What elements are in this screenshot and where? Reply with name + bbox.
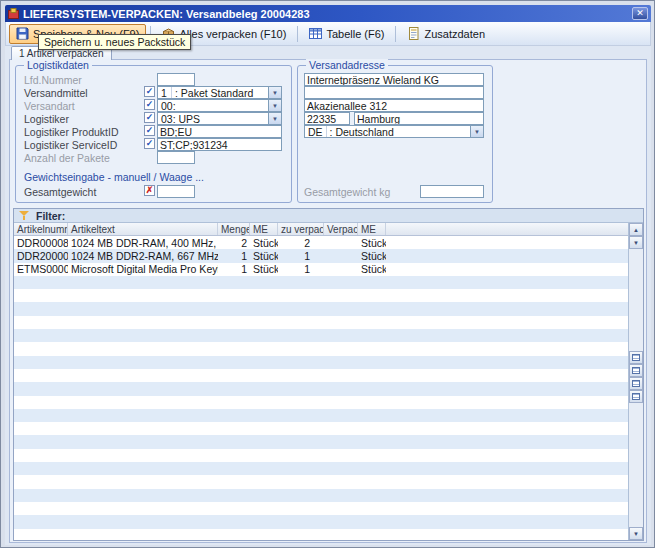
header-me2[interactable]: ME [358,223,386,235]
produktid-value: BD;EU [160,126,192,138]
cell-artikelnummer: DDR00008 [14,236,68,249]
cell-me: Stück [250,263,278,276]
lfd-nummer-input[interactable] [157,73,195,86]
gesamtgewicht-checkbox[interactable]: ✗ [144,185,155,196]
scroll-down-button[interactable]: ▼ [629,236,643,249]
serviceid-label: Logistiker ServiceID [24,139,117,151]
produktid-checkbox[interactable]: ✓ [144,125,155,136]
cell-me2: Stück [358,263,386,276]
grid-header-row: Artikelnummer Artikeltext Menge ME zu ve… [14,223,628,236]
scroll-up-button[interactable]: ▲ [629,223,643,236]
header-verpackt[interactable]: Verpackt [324,223,358,235]
table-row-empty [14,329,628,342]
field-row-logistiker: Logistiker ✓ 03: UPS ▼ [16,112,291,125]
adresse-land-combo[interactable]: DE : Deutschland ▼ [304,125,484,138]
versandmittel-checkbox[interactable]: ✓ [144,86,155,97]
check-icon: ✓ [146,126,154,135]
table-label: Tabelle (F6) [326,28,384,40]
header-artikeltext[interactable]: Artikeltext [68,223,218,235]
form-icon [407,27,420,40]
scrollbar-extra-button[interactable] [629,390,643,403]
scrollbar-extra-button[interactable] [629,377,643,390]
table-row[interactable]: ETMS00003 Microsoft Digital Media Pro Ke… [14,263,628,276]
versandart-combo[interactable]: 00: ▼ [157,99,282,112]
table-row-empty [14,289,628,302]
versandmittel-combo[interactable]: 1 : Paket Standard ▼ [157,86,282,99]
grid-icon [632,393,640,400]
versandart-checkbox[interactable]: ✓ [144,99,155,110]
adresse-plz-input[interactable]: 22335 [304,112,350,125]
filter-row[interactable]: Filter: [14,209,643,223]
cell-filler [386,236,628,249]
gesamtgewicht-kg-input[interactable] [420,185,484,198]
dropdown-glyph: ▼ [272,116,278,122]
logistiker-combo[interactable]: 03: UPS ▼ [157,112,282,125]
zusatzdaten-button[interactable]: Zusatzdaten [400,24,492,44]
versandmittel-label: Versandmittel [24,87,88,99]
dropdown-icon[interactable]: ▼ [268,100,281,111]
vertical-scrollbar[interactable]: ▲ ▼ ▼ [628,223,643,540]
close-button[interactable]: ✕ [632,7,648,20]
serviceid-input[interactable]: ST;CP;931234 [157,138,282,151]
adresse-plz-value: 22335 [307,113,336,125]
cross-icon: ✗ [146,186,154,195]
scroll-down-button-bottom[interactable]: ▼ [629,527,643,540]
field-row-gesamtgewicht-kg: Gesamtgewicht kg [298,185,492,198]
dropdown-icon[interactable]: ▼ [268,113,281,124]
logistikdaten-title: Logistikdaten [24,59,92,71]
cell-artikeltext: 1024 MB DDR2-RAM, 667 MHz, PC2-5300, Aen… [68,249,218,262]
scrollbar-extra-button[interactable] [629,351,643,364]
adresse-name1-input[interactable]: Internetpräsenz Wieland KG [304,73,484,86]
dropdown-glyph: ▼ [272,90,278,96]
table-row-empty [14,515,628,528]
logistiker-checkbox[interactable]: ✓ [144,112,155,123]
cell-verpackt [324,249,358,262]
table-row[interactable]: DDR00008 1024 MB DDR-RAM, 400 MHz, PC-32… [14,236,628,249]
adresse-strasse-input[interactable]: Akazienallee 312 [304,99,484,112]
table-button[interactable]: Tabelle (F6) [302,24,391,44]
land-code: DE [305,126,327,137]
cell-me2: Stück [358,236,386,249]
close-icon: ✕ [636,9,644,18]
field-row-serviceid: Logistiker ServiceID ✓ ST;CP;931234 [16,138,291,151]
cell-me: Stück [250,236,278,249]
field-row-versandmittel: Versandmittel ✓ 1 : Paket Standard ▼ [16,86,291,99]
serviceid-checkbox[interactable]: ✓ [144,138,155,149]
check-icon: ✓ [146,139,154,148]
versandadresse-title: Versandadresse [306,59,388,71]
table-row-empty [14,462,628,475]
cell-artikeltext: Microsoft Digital Media Pro Keyboard [68,263,218,276]
adresse-ort-input[interactable]: Hamburg [354,112,484,125]
adresse-name2-input[interactable] [304,86,484,99]
table-row[interactable]: DDR200008 1024 MB DDR2-RAM, 667 MHz, PC2… [14,249,628,262]
header-menge[interactable]: Menge [218,223,250,235]
logistiker-label: Logistiker [24,113,69,125]
anzahl-pakete-input[interactable] [157,151,195,164]
field-row-land: DE : Deutschland ▼ [298,125,492,138]
table-row-empty [14,342,628,355]
anzahl-pakete-label: Anzahl der Pakete [24,152,110,164]
cell-artikeltext: 1024 MB DDR-RAM, 400 MHz, PC-3200, Elixi… [68,236,218,249]
gewichtseingabe-section-label: Gewichtseingabe - manuell / Waage ... [24,171,204,183]
cell-verpackt [324,263,358,276]
app-window: LIEFERSYSTEM-VERPACKEN: Versandbeleg 200… [0,0,655,548]
logistiker-text: 03: UPS [158,113,203,124]
table-row-empty [14,316,628,329]
header-artikelnummer[interactable]: Artikelnummer [14,223,68,235]
produktid-input[interactable]: BD;EU [157,125,282,138]
table-row-empty [14,302,628,315]
header-zu-verpacken[interactable]: zu verpacke [278,223,324,235]
scrollbar-extra-button[interactable] [629,364,643,377]
grid-icon [632,380,640,387]
table-row-empty [14,409,628,422]
header-me[interactable]: ME [250,223,278,235]
table-row-empty [14,502,628,515]
table-row-empty [14,489,628,502]
grid-icon [632,354,640,361]
dropdown-icon[interactable]: ▼ [268,87,281,98]
pack-all-label: Alles verpacken (F10) [179,28,286,40]
gesamtgewicht-input[interactable] [157,185,195,198]
dropdown-icon[interactable]: ▼ [470,126,483,137]
cell-menge: 1 [218,263,250,276]
versandmittel-value: 1 [158,87,172,98]
